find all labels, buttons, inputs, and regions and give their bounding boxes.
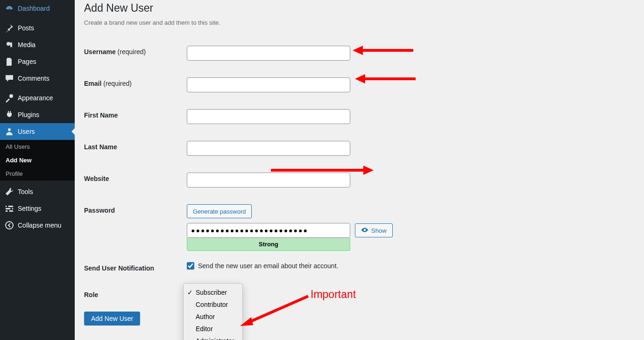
show-label: Show [371, 227, 387, 234]
sidebar-label: Users [18, 128, 35, 135]
svg-point-1 [8, 128, 11, 131]
settings-icon [5, 204, 14, 213]
svg-point-5 [7, 206, 8, 208]
annotation-text: Important [311, 288, 356, 301]
website-label: Website [84, 175, 109, 182]
svg-point-7 [7, 210, 9, 212]
eye-icon [361, 226, 368, 235]
sidebar-label: Appearance [18, 94, 53, 102]
sidebar-item-pages[interactable]: Pages [0, 53, 75, 70]
admin-sidebar: Dashboard Posts Media Pages Comments App… [0, 0, 75, 340]
sidebar-label: Tools [18, 188, 33, 195]
role-option-subscriber[interactable]: Subscriber [184, 286, 242, 298]
notify-checkbox[interactable] [187, 262, 194, 270]
sidebar-item-dashboard[interactable]: Dashboard [0, 0, 75, 17]
pin-icon [5, 23, 14, 33]
lastname-input[interactable] [187, 141, 350, 156]
media-icon [5, 40, 14, 49]
email-label: Email [84, 80, 101, 87]
role-option-author[interactable]: Author [184, 311, 242, 323]
page-icon [5, 57, 14, 66]
sidebar-collapse[interactable]: Collapse menu [0, 217, 75, 234]
email-required: (required) [103, 80, 132, 87]
sidebar-item-comments[interactable]: Comments [0, 70, 75, 87]
collapse-icon [5, 221, 14, 230]
plugin-icon [5, 110, 14, 119]
appearance-icon [5, 93, 14, 103]
email-input[interactable] [187, 77, 350, 92]
svg-point-0 [7, 42, 10, 46]
username-label: Username [84, 48, 116, 56]
website-input[interactable] [187, 173, 350, 187]
password-strength: Strong [187, 238, 350, 251]
sidebar-item-tools[interactable]: Tools [0, 183, 75, 200]
user-icon [5, 127, 14, 136]
role-option-contributor[interactable]: Contributor [184, 298, 242, 311]
submenu-add-new[interactable]: Add New [0, 153, 75, 167]
sidebar-label: Posts [18, 24, 34, 32]
password-label: Password [84, 207, 115, 214]
sidebar-label: Pages [18, 58, 36, 65]
submenu-all-users[interactable]: All Users [0, 140, 75, 153]
sidebar-label: Plugins [18, 111, 39, 118]
notify-text: Send the new user an email about their a… [198, 262, 338, 270]
comment-icon [5, 74, 14, 83]
sidebar-label: Collapse menu [18, 222, 61, 229]
sidebar-label: Settings [18, 205, 42, 212]
page-description: Create a brand new user and add them to … [84, 19, 635, 26]
sidebar-item-plugins[interactable]: Plugins [0, 106, 75, 123]
sidebar-item-media[interactable]: Media [0, 36, 75, 53]
role-label: Role [84, 291, 98, 298]
sidebar-item-users[interactable]: Users [0, 123, 75, 140]
lastname-label: Last Name [84, 143, 117, 151]
username-input[interactable] [187, 46, 350, 61]
sidebar-label: Media [18, 41, 35, 49]
sidebar-label: Dashboard [18, 5, 50, 12]
sidebar-item-posts[interactable]: Posts [0, 20, 75, 36]
dashboard-icon [5, 4, 14, 13]
page-title: Add New User [84, 2, 635, 14]
notify-label: Send User Notification [84, 264, 154, 272]
username-required: (required) [118, 48, 146, 56]
sidebar-item-settings[interactable]: Settings [0, 200, 75, 217]
svg-point-6 [10, 208, 12, 210]
generate-password-button[interactable]: Generate password [187, 204, 252, 218]
show-password-button[interactable]: Show [355, 223, 393, 237]
firstname-label: First Name [84, 111, 118, 119]
sidebar-submenu-users: All Users Add New Profile [0, 140, 75, 180]
firstname-input[interactable] [187, 109, 350, 124]
submenu-profile[interactable]: Profile [0, 167, 75, 180]
sidebar-item-appearance[interactable]: Appearance [0, 90, 75, 106]
main-content: Add New User Create a brand new user and… [75, 0, 644, 340]
role-options-list: Subscriber Contributor Author Editor Adm… [183, 283, 243, 340]
password-input[interactable] [187, 223, 350, 238]
role-option-editor[interactable]: Editor [184, 323, 242, 335]
role-option-administrator[interactable]: Administrator [184, 335, 242, 340]
sidebar-label: Comments [18, 75, 50, 82]
tool-icon [5, 187, 14, 196]
add-new-user-button[interactable]: Add New User [84, 312, 140, 326]
svg-point-8 [6, 222, 13, 229]
